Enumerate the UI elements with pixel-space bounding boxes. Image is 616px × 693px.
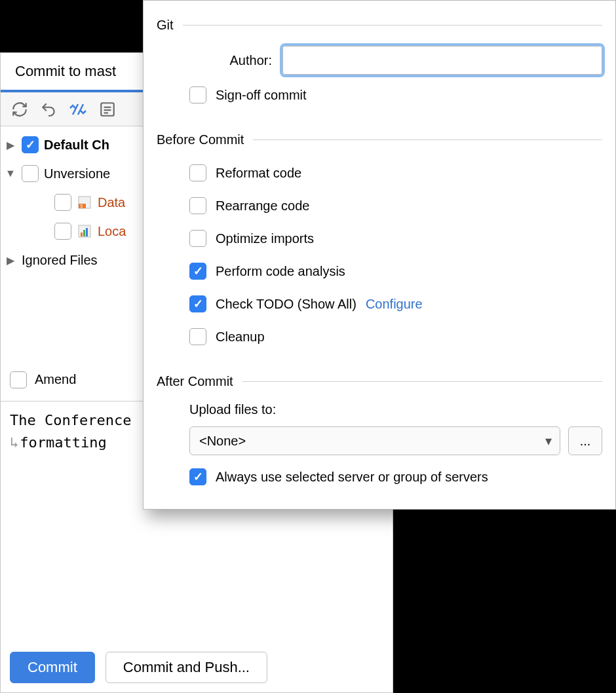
checkbox-rearrange[interactable] (189, 197, 206, 214)
rollback-icon[interactable] (40, 101, 57, 118)
refresh-icon[interactable] (11, 101, 28, 118)
section-git-title: Git (157, 18, 174, 33)
checkbox-amend[interactable] (10, 371, 27, 388)
opt-label: Perform code analysis (216, 264, 345, 279)
file-name: Data (98, 195, 125, 210)
commit-tab-label: Commit to mast (15, 63, 116, 80)
divider (253, 140, 602, 140)
svg-rect-8 (81, 233, 83, 236)
diff-icon[interactable] (69, 101, 87, 118)
opt-always-use-server[interactable]: Always use selected server or group of s… (157, 460, 602, 493)
divider (183, 25, 602, 26)
svg-text:s: s (80, 203, 83, 209)
section-before-title: Before Commit (157, 132, 244, 147)
upload-select-row: <None> ... (157, 421, 602, 460)
upload-target-value: <None> (199, 434, 246, 449)
commit-and-push-button[interactable]: Commit and Push... (106, 652, 267, 683)
commit-button[interactable]: Commit (10, 652, 95, 683)
signoff-label: Sign-off commit (216, 88, 307, 103)
checkbox-optimize[interactable] (189, 230, 206, 247)
barchart-file-icon (77, 223, 92, 239)
unversioned-label: Unversione (44, 166, 110, 181)
chevron-right-icon[interactable]: ▶ (5, 254, 16, 267)
checkbox-reformat[interactable] (189, 164, 206, 181)
checkbox-file[interactable] (54, 223, 71, 240)
opt-label: Optimize imports (216, 231, 314, 246)
file-name: Loca (98, 224, 126, 239)
commit-actions: Commit Commit and Push... (1, 643, 393, 692)
opt-label: Rearrange code (216, 198, 309, 214)
opt-rearrange[interactable]: Rearrange code (157, 189, 602, 222)
chevron-right-icon[interactable]: ▶ (5, 139, 16, 151)
svg-rect-3 (104, 112, 109, 113)
checkbox-always-use-server[interactable] (189, 468, 206, 485)
author-input[interactable] (282, 46, 602, 75)
opt-label: Always use selected server or group of s… (216, 470, 488, 485)
datasource-file-icon: s (77, 195, 92, 210)
upload-label: Upload files to: (189, 402, 276, 417)
chevron-down-icon[interactable]: ▼ (5, 168, 16, 179)
checkbox-cleanup[interactable] (189, 328, 206, 345)
section-before-commit: Before Commit (157, 132, 602, 147)
opt-label: Reformat code (216, 166, 301, 181)
upload-label-row: Upload files to: (157, 398, 602, 421)
checkbox-signoff[interactable] (189, 86, 206, 103)
svg-rect-9 (83, 230, 85, 236)
svg-rect-10 (86, 228, 88, 236)
commit-message-line1: The Conference (10, 412, 131, 428)
svg-rect-1 (104, 106, 111, 107)
divider (242, 381, 602, 382)
opt-code-analysis[interactable]: Perform code analysis (157, 255, 602, 288)
commit-options-popover: Git Author: Sign-off commit Before Commi… (143, 0, 616, 510)
opt-check-todo[interactable]: Check TODO (Show All) Configure (157, 288, 602, 320)
checkbox-analysis[interactable] (189, 263, 206, 280)
author-label: Author: (189, 53, 272, 68)
configure-todo-link[interactable]: Configure (366, 297, 423, 312)
opt-reformat[interactable]: Reformat code (157, 157, 602, 189)
amend-label: Amend (35, 372, 76, 387)
author-row: Author: (157, 42, 602, 79)
default-changelist-label: Default Ch (44, 138, 109, 153)
browse-servers-button[interactable]: ... (568, 426, 602, 455)
signoff-row[interactable]: Sign-off commit (157, 79, 602, 111)
opt-label: Cleanup (216, 329, 265, 345)
soft-wrap-icon: ↳ (10, 434, 18, 451)
checkbox-unversioned[interactable] (22, 165, 39, 182)
ignored-label: Ignored Files (22, 253, 98, 268)
opt-optimize-imports[interactable]: Optimize imports (157, 222, 602, 255)
checkbox-default-changelist[interactable] (22, 136, 39, 153)
checkbox-file[interactable] (54, 194, 71, 211)
changelist-icon[interactable] (99, 101, 116, 118)
section-after-commit: After Commit (157, 374, 602, 389)
section-after-title: After Commit (157, 374, 233, 389)
upload-target-select[interactable]: <None> (189, 426, 560, 455)
opt-cleanup[interactable]: Cleanup (157, 320, 602, 353)
commit-message-line2: formatting (20, 434, 115, 451)
opt-label: Check TODO (Show All) (216, 297, 356, 312)
checkbox-todo[interactable] (189, 295, 206, 312)
section-git: Git (157, 18, 602, 33)
svg-rect-2 (104, 109, 111, 111)
